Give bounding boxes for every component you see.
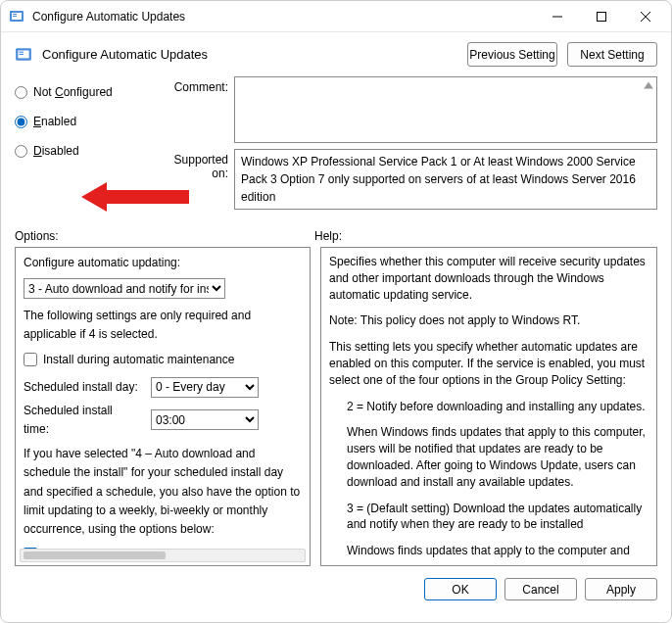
previous-setting-button[interactable]: Previous Setting xyxy=(467,42,557,67)
help-p3: This setting lets you specify whether au… xyxy=(329,339,648,388)
install-maintenance-checkbox[interactable] xyxy=(24,353,37,366)
help-p4: 2 = Notify before downloading and instal… xyxy=(329,399,648,415)
supported-on-label: Supported on: xyxy=(158,149,234,180)
install-time-label: Scheduled install time: xyxy=(24,402,141,439)
radio-not-configured[interactable] xyxy=(15,86,27,99)
configure-updating-select[interactable]: 3 - Auto download and notify for install xyxy=(24,278,225,299)
close-button[interactable] xyxy=(623,2,667,31)
comment-label: Comment: xyxy=(158,76,234,94)
install-day-label: Scheduled install day: xyxy=(24,378,141,397)
page-title: Configure Automatic Updates xyxy=(42,47,457,62)
gpo-icon xyxy=(15,46,32,64)
install-day-select[interactable]: 0 - Every day xyxy=(151,377,259,398)
cancel-button[interactable]: Cancel xyxy=(504,578,577,600)
install-maintenance-label: Install during automatic maintenance xyxy=(43,351,234,369)
supported-on-text: Windows XP Professional Service Pack 1 o… xyxy=(234,149,657,210)
radio-enabled[interactable] xyxy=(15,116,27,128)
horizontal-scrollbar[interactable] xyxy=(20,549,306,562)
svg-rect-11 xyxy=(20,53,24,54)
help-pane: Specifies whether this computer will rec… xyxy=(320,247,657,566)
required-note: The following settings are only required… xyxy=(24,307,302,344)
maximize-button[interactable] xyxy=(579,2,623,31)
radio-enabled-label: Enabled xyxy=(33,115,76,128)
window-title: Configure Automatic Updates xyxy=(32,10,535,24)
configure-updating-label: Configure automatic updating: xyxy=(24,254,302,272)
help-p6: 3 = (Default setting) Download the updat… xyxy=(329,501,648,534)
svg-rect-2 xyxy=(13,14,17,15)
ok-button[interactable]: OK xyxy=(424,578,497,600)
options-label: Options: xyxy=(15,229,314,243)
schedule-note: If you have selected "4 – Auto download … xyxy=(24,445,302,539)
help-p5: When Windows finds updates that apply to… xyxy=(329,424,648,490)
svg-rect-5 xyxy=(597,12,605,21)
svg-rect-3 xyxy=(13,16,17,17)
install-time-select[interactable]: 03:00 xyxy=(151,409,259,430)
apply-button[interactable]: Apply xyxy=(585,578,657,600)
minimize-button[interactable] xyxy=(535,2,579,31)
svg-marker-13 xyxy=(644,81,653,88)
svg-rect-10 xyxy=(20,51,24,52)
scroll-up-icon[interactable] xyxy=(643,79,654,91)
help-label: Help: xyxy=(314,229,342,243)
help-p1: Specifies whether this computer will rec… xyxy=(329,254,648,303)
gpo-icon xyxy=(9,9,24,24)
radio-disabled-label: Disabled xyxy=(33,144,79,158)
help-p7: Windows finds updates that apply to the … xyxy=(329,543,648,559)
next-setting-button[interactable]: Next Setting xyxy=(567,42,657,67)
options-pane: Configure automatic updating: 3 - Auto d… xyxy=(15,247,311,566)
radio-not-configured-label: Not Configured xyxy=(33,85,113,99)
radio-disabled[interactable] xyxy=(15,145,27,158)
help-p2: Note: This policy does not apply to Wind… xyxy=(329,312,648,329)
comment-textarea[interactable] xyxy=(234,76,657,143)
